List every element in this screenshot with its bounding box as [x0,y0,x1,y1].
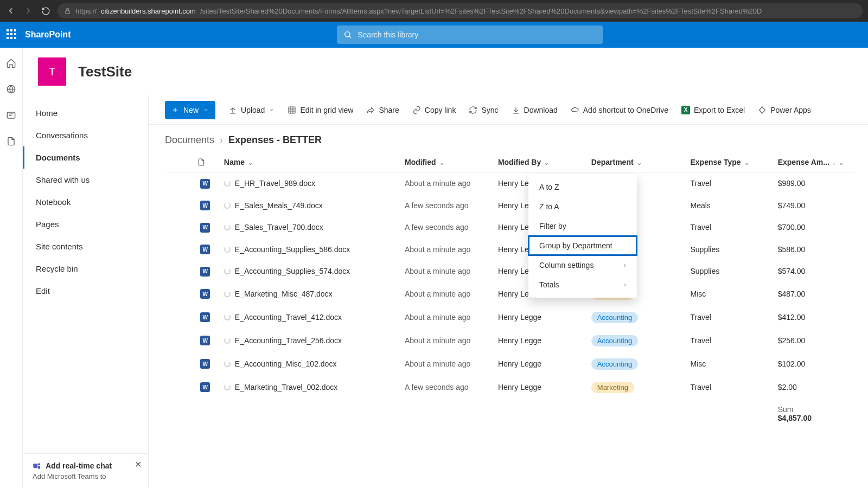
file-name[interactable]: E_Accounting_Misc_102.docx [235,359,337,368]
table-row[interactable]: WE_Marketing_Travel_002.docxA few second… [165,376,855,399]
export-excel-button[interactable]: X Export to Excel [681,106,745,114]
table-row[interactable]: WE_Accounting_Supplies_574.docxAbout a m… [165,260,855,282]
nav-notebook[interactable]: Notebook [23,191,148,213]
chevron-down-icon: ⌄ [439,159,444,166]
nav-shared[interactable]: Shared with us [23,169,148,191]
expense-amount-cell: $412.00 [773,306,855,329]
site-logo[interactable]: T [38,57,66,86]
file-name[interactable]: E_Accounting_Supplies_574.docx [235,267,350,275]
menu-z-to-a[interactable]: Z to A [528,197,637,216]
file-name[interactable]: E_Sales_Travel_700.docx [235,223,323,232]
menu-filter-by[interactable]: Filter by [528,216,637,236]
file-name[interactable]: E_Sales_Meals_749.docx [235,201,323,210]
word-icon: W [200,267,210,277]
share-button[interactable]: Share [366,106,399,114]
forward-icon[interactable] [23,5,34,16]
table-row[interactable]: WE_Marketing_Misc_487.docxAbout a minute… [165,282,855,306]
nav-recycle-bin[interactable]: Recycle bin [23,258,148,280]
new-button[interactable]: New [165,101,215,119]
file-name[interactable]: E_Marketing_Misc_487.docx [235,290,333,298]
browser-chrome: https://citizenbuilders.sharepoint.com/s… [0,0,868,22]
home-icon[interactable] [6,57,17,68]
menu-totals[interactable]: Totals › [528,275,637,294]
suite-name[interactable]: SharePoint [25,30,71,40]
word-icon: W [200,336,210,345]
nav-site-contents[interactable]: Site contents [23,235,148,258]
expense-amount-cell: $586.00 [773,239,855,261]
nav-edit[interactable]: Edit [23,280,148,302]
word-icon: W [200,201,210,210]
powerapps-icon [758,106,767,114]
table-row[interactable]: WE_Accounting_Misc_102.docxAbout a minut… [165,352,855,376]
sum-value: $4,857.00 [778,414,850,422]
modified-cell: About a minute ago [399,282,493,306]
table-row[interactable]: WE_Sales_Meals_749.docxA few seconds ago… [165,195,855,217]
site-header: T TestSite [23,48,868,95]
grid-icon [288,106,296,114]
news-icon[interactable] [6,110,17,120]
edit-grid-button[interactable]: Edit in grid view [288,106,353,114]
sync-icon [469,106,477,114]
file-name[interactable]: E_Accounting_Travel_256.docx [235,336,342,345]
chevron-down-icon [203,107,209,113]
loading-spinner-icon [224,246,231,253]
col-expense-amount[interactable]: Expense Am...↓⌄ [773,152,855,172]
table-row[interactable]: WE_Accounting_Supplies_586.docxAbout a m… [165,239,855,261]
table-row[interactable]: WE_Sales_Travel_700.docxA few seconds ag… [165,216,855,239]
nav-pages[interactable]: Pages [23,213,148,235]
power-apps-button[interactable]: Power Apps [758,106,811,114]
site-title[interactable]: TestSite [78,63,132,80]
address-bar[interactable]: https://citizenbuilders.sharepoint.com/s… [58,3,863,18]
nav-documents[interactable]: Documents [23,146,148,169]
col-modified-by[interactable]: Modified By⌄ [493,152,586,172]
upload-button[interactable]: Upload [228,106,275,114]
onedrive-icon [571,106,579,114]
search-input[interactable] [358,30,596,39]
loading-spinner-icon [224,224,231,230]
breadcrumb: Documents › Expenses - BETTER [149,125,868,150]
table-row[interactable]: WE_HR_Travel_989.docxAbout a minute agoH… [165,172,855,195]
col-modified[interactable]: Modified⌄ [399,152,493,172]
loading-spinner-icon [224,337,231,344]
department-cell: Accounting [586,306,685,329]
file-name[interactable]: E_Accounting_Supplies_586.docx [235,245,350,254]
expense-type-cell: Travel [685,376,772,399]
menu-group-by[interactable]: Group by Department [528,236,637,255]
nav-conversations[interactable]: Conversations [23,124,148,146]
modified-cell: A few seconds ago [399,376,493,399]
reload-icon[interactable] [40,5,51,16]
modified-cell: About a minute ago [399,352,493,376]
chevron-down-icon: ⌄ [544,159,549,166]
modified-cell: A few seconds ago [399,216,493,239]
col-department[interactable]: Department⌄ [586,152,685,172]
close-icon[interactable]: ✕ [135,459,142,470]
expense-type-cell: Meals [685,195,772,217]
files-icon[interactable] [6,136,17,146]
chevron-right-icon: › [220,134,223,146]
modified-cell: About a minute ago [399,260,493,282]
globe-icon[interactable] [6,84,17,94]
menu-column-settings[interactable]: Column settings › [528,255,637,275]
command-bar: New Upload Edit in grid view Shar [149,95,868,125]
app-launcher-icon[interactable] [7,29,17,40]
col-expense-type[interactable]: Expense Type⌄ [685,152,772,172]
breadcrumb-root[interactable]: Documents [165,134,214,146]
table-row[interactable]: WE_Accounting_Travel_412.docxAbout a min… [165,306,855,329]
col-name[interactable]: Name⌄ [219,152,399,172]
col-select[interactable] [165,152,192,172]
file-name[interactable]: E_HR_Travel_989.docx [235,179,315,188]
expense-type-cell: Travel [685,216,772,239]
file-name[interactable]: E_Accounting_Travel_412.docx [235,313,342,322]
suite-header: SharePoint [0,22,868,48]
table-row[interactable]: WE_Accounting_Travel_256.docxAbout a min… [165,329,855,352]
add-shortcut-button[interactable]: Add shortcut to OneDrive [571,106,668,114]
search-box[interactable] [337,25,603,44]
copy-link-button[interactable]: Copy link [412,106,456,114]
menu-a-to-z[interactable]: A to Z [528,177,637,197]
file-name[interactable]: E_Marketing_Travel_002.docx [235,383,337,391]
back-icon[interactable] [5,5,16,16]
col-type-icon[interactable] [192,152,218,172]
nav-home[interactable]: Home [23,102,148,124]
download-button[interactable]: Download [512,106,558,114]
sync-button[interactable]: Sync [469,106,498,114]
